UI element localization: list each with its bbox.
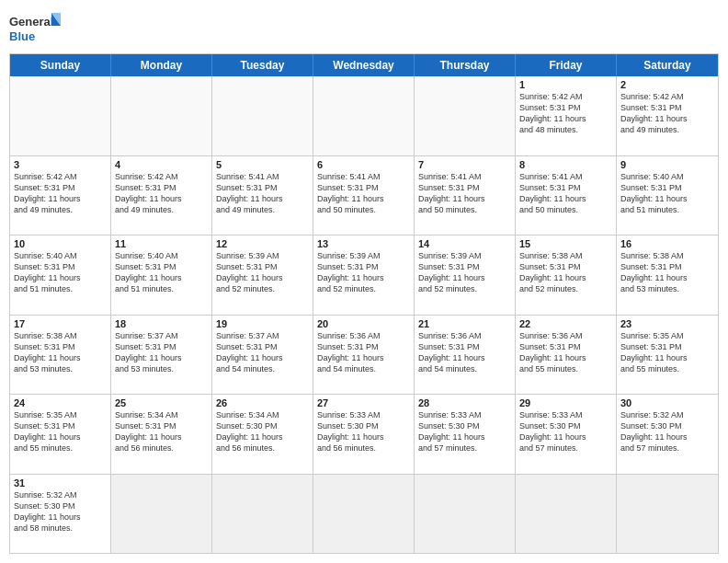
day-info: Sunrise: 5:41 AM Sunset: 5:31 PM Dayligh… bbox=[216, 171, 309, 216]
calendar-empty-0-4 bbox=[415, 76, 516, 155]
day-info: Sunrise: 5:35 AM Sunset: 5:31 PM Dayligh… bbox=[14, 409, 107, 454]
day-info: Sunrise: 5:42 AM Sunset: 5:31 PM Dayligh… bbox=[115, 171, 208, 216]
day-number: 15 bbox=[519, 238, 612, 249]
calendar-day-13: 13Sunrise: 5:39 AM Sunset: 5:31 PM Dayli… bbox=[313, 236, 415, 315]
calendar-body: 1Sunrise: 5:42 AM Sunset: 5:31 PM Daylig… bbox=[10, 76, 718, 553]
day-number: 10 bbox=[14, 238, 107, 249]
day-number: 29 bbox=[519, 397, 612, 408]
header-day-saturday: Saturday bbox=[617, 54, 718, 76]
day-info: Sunrise: 5:32 AM Sunset: 5:30 PM Dayligh… bbox=[620, 409, 714, 454]
day-info: Sunrise: 5:36 AM Sunset: 5:31 PM Dayligh… bbox=[317, 330, 410, 375]
calendar-week-3: 10Sunrise: 5:40 AM Sunset: 5:31 PM Dayli… bbox=[10, 236, 718, 316]
calendar-day-18: 18Sunrise: 5:37 AM Sunset: 5:31 PM Dayli… bbox=[111, 316, 212, 395]
calendar-empty-5-1 bbox=[111, 475, 212, 554]
day-info: Sunrise: 5:39 AM Sunset: 5:31 PM Dayligh… bbox=[418, 250, 511, 295]
calendar-week-4: 17Sunrise: 5:38 AM Sunset: 5:31 PM Dayli… bbox=[10, 316, 718, 396]
day-number: 31 bbox=[14, 477, 107, 488]
day-number: 20 bbox=[317, 318, 410, 329]
day-info: Sunrise: 5:33 AM Sunset: 5:30 PM Dayligh… bbox=[418, 409, 511, 454]
calendar-empty-5-4 bbox=[415, 475, 516, 554]
day-number: 12 bbox=[216, 238, 309, 249]
calendar-day-1: 1Sunrise: 5:42 AM Sunset: 5:31 PM Daylig… bbox=[516, 76, 617, 155]
day-info: Sunrise: 5:33 AM Sunset: 5:30 PM Dayligh… bbox=[519, 409, 612, 454]
day-info: Sunrise: 5:42 AM Sunset: 5:31 PM Dayligh… bbox=[620, 91, 714, 136]
day-number: 26 bbox=[216, 397, 309, 408]
logo: General Blue bbox=[9, 9, 64, 48]
calendar-day-27: 27Sunrise: 5:33 AM Sunset: 5:30 PM Dayli… bbox=[313, 395, 415, 474]
day-number: 17 bbox=[14, 318, 107, 329]
calendar-day-20: 20Sunrise: 5:36 AM Sunset: 5:31 PM Dayli… bbox=[313, 316, 415, 395]
day-number: 25 bbox=[115, 397, 208, 408]
day-info: Sunrise: 5:35 AM Sunset: 5:31 PM Dayligh… bbox=[620, 330, 714, 375]
header-day-tuesday: Tuesday bbox=[212, 54, 313, 76]
calendar-empty-5-2 bbox=[212, 475, 313, 554]
calendar-day-25: 25Sunrise: 5:34 AM Sunset: 5:31 PM Dayli… bbox=[111, 395, 212, 474]
day-info: Sunrise: 5:38 AM Sunset: 5:31 PM Dayligh… bbox=[519, 250, 612, 295]
day-number: 11 bbox=[115, 238, 208, 249]
calendar-day-14: 14Sunrise: 5:39 AM Sunset: 5:31 PM Dayli… bbox=[415, 236, 516, 315]
day-info: Sunrise: 5:39 AM Sunset: 5:31 PM Dayligh… bbox=[216, 250, 309, 295]
day-info: Sunrise: 5:39 AM Sunset: 5:31 PM Dayligh… bbox=[317, 250, 410, 295]
calendar-empty-5-6 bbox=[617, 475, 718, 554]
calendar-day-23: 23Sunrise: 5:35 AM Sunset: 5:31 PM Dayli… bbox=[617, 316, 718, 395]
day-info: Sunrise: 5:37 AM Sunset: 5:31 PM Dayligh… bbox=[115, 330, 208, 375]
calendar-day-21: 21Sunrise: 5:36 AM Sunset: 5:31 PM Dayli… bbox=[415, 316, 516, 395]
day-info: Sunrise: 5:36 AM Sunset: 5:31 PM Dayligh… bbox=[418, 330, 511, 375]
header-day-sunday: Sunday bbox=[10, 54, 111, 76]
day-number: 16 bbox=[620, 238, 714, 249]
day-number: 2 bbox=[620, 79, 714, 90]
day-info: Sunrise: 5:40 AM Sunset: 5:31 PM Dayligh… bbox=[115, 250, 208, 295]
calendar-day-15: 15Sunrise: 5:38 AM Sunset: 5:31 PM Dayli… bbox=[516, 236, 617, 315]
day-info: Sunrise: 5:34 AM Sunset: 5:31 PM Dayligh… bbox=[115, 409, 208, 454]
calendar-day-29: 29Sunrise: 5:33 AM Sunset: 5:30 PM Dayli… bbox=[516, 395, 617, 474]
day-info: Sunrise: 5:41 AM Sunset: 5:31 PM Dayligh… bbox=[519, 171, 612, 216]
day-info: Sunrise: 5:33 AM Sunset: 5:30 PM Dayligh… bbox=[317, 409, 410, 454]
day-info: Sunrise: 5:40 AM Sunset: 5:31 PM Dayligh… bbox=[14, 250, 107, 295]
calendar-week-1: 1Sunrise: 5:42 AM Sunset: 5:31 PM Daylig… bbox=[10, 76, 718, 156]
day-number: 3 bbox=[14, 159, 107, 170]
calendar-header-row: SundayMondayTuesdayWednesdayThursdayFrid… bbox=[10, 54, 718, 76]
header: General Blue bbox=[9, 9, 719, 48]
calendar-day-8: 8Sunrise: 5:41 AM Sunset: 5:31 PM Daylig… bbox=[516, 156, 617, 236]
day-info: Sunrise: 5:42 AM Sunset: 5:31 PM Dayligh… bbox=[14, 171, 107, 216]
calendar-day-16: 16Sunrise: 5:38 AM Sunset: 5:31 PM Dayli… bbox=[617, 236, 718, 315]
calendar-day-2: 2Sunrise: 5:42 AM Sunset: 5:31 PM Daylig… bbox=[617, 76, 718, 155]
day-info: Sunrise: 5:41 AM Sunset: 5:31 PM Dayligh… bbox=[317, 171, 410, 216]
header-day-friday: Friday bbox=[516, 54, 617, 76]
day-number: 27 bbox=[317, 397, 410, 408]
day-number: 18 bbox=[115, 318, 208, 329]
svg-text:General: General bbox=[9, 15, 53, 29]
day-number: 30 bbox=[620, 397, 714, 408]
day-info: Sunrise: 5:34 AM Sunset: 5:30 PM Dayligh… bbox=[216, 409, 309, 454]
calendar-day-24: 24Sunrise: 5:35 AM Sunset: 5:31 PM Dayli… bbox=[10, 395, 111, 474]
day-number: 1 bbox=[519, 79, 612, 90]
svg-text:Blue: Blue bbox=[9, 29, 35, 43]
day-number: 19 bbox=[216, 318, 309, 329]
calendar-day-28: 28Sunrise: 5:33 AM Sunset: 5:30 PM Dayli… bbox=[415, 395, 516, 474]
calendar-day-22: 22Sunrise: 5:36 AM Sunset: 5:31 PM Dayli… bbox=[516, 316, 617, 395]
day-info: Sunrise: 5:32 AM Sunset: 5:30 PM Dayligh… bbox=[14, 489, 107, 534]
calendar-day-4: 4Sunrise: 5:42 AM Sunset: 5:31 PM Daylig… bbox=[111, 156, 212, 236]
day-info: Sunrise: 5:36 AM Sunset: 5:31 PM Dayligh… bbox=[519, 330, 612, 375]
day-number: 7 bbox=[418, 159, 511, 170]
calendar-day-6: 6Sunrise: 5:41 AM Sunset: 5:31 PM Daylig… bbox=[313, 156, 415, 236]
calendar-day-3: 3Sunrise: 5:42 AM Sunset: 5:31 PM Daylig… bbox=[10, 156, 111, 236]
day-number: 24 bbox=[14, 397, 107, 408]
calendar-day-11: 11Sunrise: 5:40 AM Sunset: 5:31 PM Dayli… bbox=[111, 236, 212, 315]
day-number: 14 bbox=[418, 238, 511, 249]
calendar-empty-5-5 bbox=[516, 475, 617, 554]
calendar-empty-0-2 bbox=[212, 76, 313, 155]
calendar-empty-0-0 bbox=[10, 76, 111, 155]
calendar-day-10: 10Sunrise: 5:40 AM Sunset: 5:31 PM Dayli… bbox=[10, 236, 111, 315]
day-number: 21 bbox=[418, 318, 511, 329]
day-info: Sunrise: 5:37 AM Sunset: 5:31 PM Dayligh… bbox=[216, 330, 309, 375]
calendar-day-17: 17Sunrise: 5:38 AM Sunset: 5:31 PM Dayli… bbox=[10, 316, 111, 395]
calendar-week-5: 24Sunrise: 5:35 AM Sunset: 5:31 PM Dayli… bbox=[10, 395, 718, 475]
day-number: 6 bbox=[317, 159, 410, 170]
day-number: 13 bbox=[317, 238, 410, 249]
calendar-empty-0-3 bbox=[313, 76, 415, 155]
calendar: SundayMondayTuesdayWednesdayThursdayFrid… bbox=[9, 53, 719, 554]
day-info: Sunrise: 5:41 AM Sunset: 5:31 PM Dayligh… bbox=[418, 171, 511, 216]
calendar-day-5: 5Sunrise: 5:41 AM Sunset: 5:31 PM Daylig… bbox=[212, 156, 313, 236]
calendar-week-2: 3Sunrise: 5:42 AM Sunset: 5:31 PM Daylig… bbox=[10, 156, 718, 236]
